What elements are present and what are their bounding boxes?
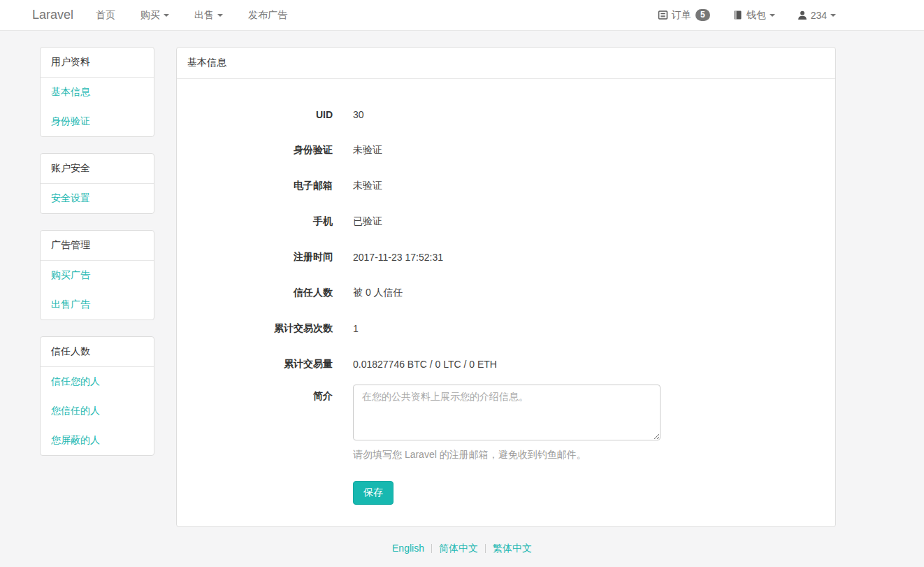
uid-value: 30 (353, 109, 364, 120)
form-row-phone: 手机 已验证 (177, 203, 825, 239)
nav-item-wallet[interactable]: 钱包 (710, 9, 775, 22)
basic-info-panel: 基本信息 UID 30 身份验证 未验证 电子邮箱 未验证 手机 已验证 (176, 47, 836, 527)
sidebar-panel-ad-management: 广告管理 购买广告 出售广告 (40, 230, 154, 320)
email-value: 未验证 (353, 180, 382, 192)
chevron-down-icon (217, 14, 223, 17)
sidebar-item-people-trusting-you[interactable]: 信任您的人 (41, 367, 154, 396)
sidebar-item-buy-ads[interactable]: 购买广告 (41, 261, 154, 290)
sidebar-panel-profile: 用户资料 基本信息 身份验证 (40, 47, 154, 137)
form-row-register-time: 注册时间 2017-11-23 17:52:31 (177, 239, 825, 275)
identity-value: 未验证 (353, 144, 382, 157)
nav-item-post-ad[interactable]: 发布广告 (236, 9, 300, 22)
save-button[interactable]: 保存 (353, 481, 394, 505)
sidebar-heading-trust: 信任人数 (41, 337, 154, 367)
intro-help-text: 请勿填写您 Laravel 的注册邮箱，避免收到钓鱼邮件。 (353, 449, 825, 461)
language-footer: English简体中文繁体中文 (0, 543, 924, 555)
sidebar-heading-account-security: 账户安全 (41, 154, 154, 184)
identity-label: 身份验证 (177, 144, 333, 157)
form-row-uid: UID 30 (177, 96, 825, 132)
email-label: 电子邮箱 (177, 180, 333, 192)
sidebar-item-sell-ads[interactable]: 出售广告 (41, 290, 154, 320)
phone-value: 已验证 (353, 215, 382, 228)
form-row-trade-volume: 累计交易量 0.01827746 BTC / 0 LTC / 0 ETH (177, 346, 825, 382)
sidebar: 用户资料 基本信息 身份验证 账户安全 安全设置 广告管理 购买广告 出售广告 … (40, 47, 154, 527)
sidebar-heading-profile: 用户资料 (41, 48, 154, 78)
sidebar-item-identity-verification[interactable]: 身份验证 (41, 107, 154, 136)
sidebar-item-security-settings[interactable]: 安全设置 (41, 184, 154, 213)
panel-title: 基本信息 (177, 48, 835, 79)
sidebar-heading-ad-management: 广告管理 (41, 231, 154, 261)
top-navbar: Laravel 首页 购买 出售 发布广告 (0, 0, 924, 31)
nav-item-orders[interactable]: 订单 5 (635, 9, 710, 22)
trust-count-label: 信任人数 (177, 287, 333, 299)
wallet-icon (732, 10, 743, 20)
sidebar-item-people-you-blocked[interactable]: 您屏蔽的人 (41, 426, 154, 455)
uid-label: UID (177, 109, 333, 120)
form-row-intro: 简介 (177, 382, 825, 443)
sidebar-item-basic-info[interactable]: 基本信息 (41, 78, 154, 107)
footer-lang-simplified-chinese[interactable]: 简体中文 (432, 543, 485, 554)
trade-count-value: 1 (353, 323, 359, 334)
trade-volume-label: 累计交易量 (177, 358, 333, 371)
footer-lang-english[interactable]: English (385, 543, 431, 554)
wallet-label: 钱包 (746, 9, 766, 22)
nav-item-sell-label: 出售 (194, 9, 214, 22)
register-time-label: 注册时间 (177, 251, 333, 264)
user-icon (797, 10, 807, 20)
phone-label: 手机 (177, 215, 333, 228)
username-label: 234 (811, 10, 827, 21)
intro-textarea[interactable] (353, 385, 660, 440)
brand-logo[interactable]: Laravel (32, 8, 73, 22)
sidebar-panel-account-security: 账户安全 安全设置 (40, 153, 154, 214)
orders-count-badge: 5 (695, 9, 710, 21)
nav-item-sell[interactable]: 出售 (182, 9, 236, 22)
orders-label: 订单 (672, 9, 691, 22)
sidebar-panel-trust: 信任人数 信任您的人 您信任的人 您屏蔽的人 (40, 336, 154, 456)
nav-item-buy-label: 购买 (140, 9, 160, 22)
sidebar-item-people-you-trust[interactable]: 您信任的人 (41, 396, 154, 426)
order-list-icon (658, 10, 668, 20)
nav-item-home[interactable]: 首页 (83, 9, 128, 22)
register-time-value: 2017-11-23 17:52:31 (353, 252, 443, 263)
intro-label: 简介 (177, 382, 333, 403)
nav-item-buy[interactable]: 购买 (128, 9, 182, 22)
form-row-email: 电子邮箱 未验证 (177, 168, 825, 203)
trade-volume-value: 0.01827746 BTC / 0 LTC / 0 ETH (353, 359, 497, 370)
trust-count-value: 被 0 人信任 (353, 287, 403, 299)
chevron-down-icon (830, 14, 836, 17)
footer-lang-traditional-chinese[interactable]: 繁体中文 (486, 543, 539, 554)
form-row-trade-count: 累计交易次数 1 (177, 310, 825, 346)
nav-item-user-menu[interactable]: 234 (775, 10, 836, 21)
chevron-down-icon (770, 14, 775, 17)
form-row-identity: 身份验证 未验证 (177, 132, 825, 168)
chevron-down-icon (164, 14, 169, 17)
form-row-trust-count: 信任人数 被 0 人信任 (177, 275, 825, 310)
trade-count-label: 累计交易次数 (177, 322, 333, 335)
